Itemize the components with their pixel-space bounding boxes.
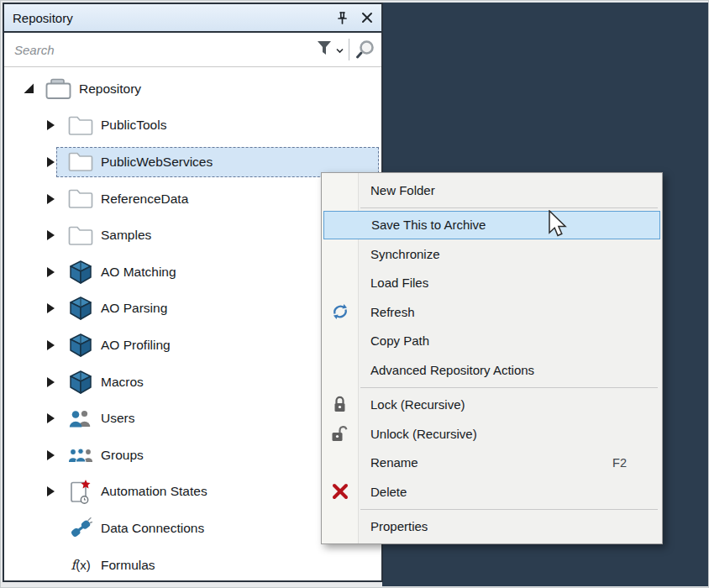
expander-collapsed-icon[interactable]	[45, 193, 56, 205]
tree-item-label: AO Parsing	[101, 301, 167, 316]
tree-item-label: PublicWebServices	[101, 155, 213, 170]
connections-icon	[66, 517, 95, 539]
tree-item-label: ReferenceData	[101, 192, 188, 207]
unlock-icon	[322, 419, 358, 449]
menu-item-new-folder[interactable]: New Folder	[322, 176, 662, 205]
cube-icon	[66, 333, 95, 358]
panel-title: Repository	[4, 11, 73, 25]
users-icon	[66, 409, 95, 428]
folder-icon	[66, 226, 95, 245]
menu-item-label: Synchronize	[370, 247, 440, 261]
tree-item-label: Samples	[101, 228, 151, 243]
menu-separator	[360, 387, 658, 388]
menu-item-shortcut: F2	[612, 456, 662, 470]
panel-titlebar: Repository	[4, 4, 381, 33]
menu-item-properties[interactable]: Properties	[322, 512, 662, 542]
menu-item-label: Load Files	[370, 276, 428, 290]
formula-icon: f(x)	[66, 557, 95, 573]
tree-item-label: Groups	[101, 448, 144, 463]
menu-separator	[360, 207, 658, 208]
screenshot-frame: Repository	[0, 0, 709, 588]
menu-item-load-files[interactable]: Load Files	[322, 269, 662, 298]
menu-item-copy-path[interactable]: Copy Path	[322, 327, 662, 356]
expander-collapsed-icon[interactable]	[45, 412, 56, 424]
tree-item-label: Formulas	[101, 558, 155, 573]
filter-funnel-icon	[315, 39, 333, 60]
menu-item-unlock-recursive[interactable]: Unlock (Recursive)	[322, 419, 662, 449]
pin-icon[interactable]	[331, 7, 353, 29]
folder-icon	[66, 189, 95, 208]
cube-icon	[66, 260, 95, 285]
search-icon[interactable]	[349, 39, 381, 60]
tree-item-label: Repository	[79, 81, 141, 97]
groups-icon	[66, 448, 95, 463]
expander-collapsed-icon[interactable]	[45, 119, 56, 131]
search-bar	[4, 33, 381, 67]
tree-item-formulas[interactable]: f(x)Formulas	[4, 547, 381, 584]
menu-item-refresh[interactable]: Refresh	[322, 297, 662, 327]
menu-item-label: Rename	[370, 455, 418, 470]
expander-expanded-icon[interactable]	[23, 83, 34, 94]
menu-item-label: Properties	[370, 519, 428, 533]
menu-item-synchronize[interactable]: Synchronize	[322, 239, 662, 269]
tree-item-label: Macros	[101, 375, 144, 390]
tree-item-publictools[interactable]: PublicTools	[4, 108, 381, 144]
repository-icon	[45, 78, 73, 100]
tree-item-repository[interactable]: Repository	[4, 71, 381, 108]
menu-item-label: Advanced Repository Actions	[370, 363, 534, 377]
expander-collapsed-icon[interactable]	[45, 486, 56, 497]
tree-item-body-repository[interactable]: Repository	[34, 74, 379, 104]
folder-icon	[66, 152, 95, 171]
close-icon[interactable]	[356, 7, 378, 29]
expander-collapsed-icon[interactable]	[45, 376, 56, 388]
automation-icon	[66, 479, 95, 505]
expander-collapsed-icon[interactable]	[45, 339, 56, 351]
tree-item-body-publictools[interactable]: PublicTools	[56, 110, 379, 140]
expander-collapsed-icon[interactable]	[45, 266, 56, 278]
expander-collapsed-icon[interactable]	[45, 449, 56, 461]
menu-item-label: New Folder	[370, 183, 435, 197]
menu-item-label: Save This to Archive	[371, 218, 486, 232]
menu-item-delete[interactable]: Delete	[322, 477, 662, 507]
lock-icon	[322, 391, 358, 420]
tree-item-label: AO Profiling	[101, 338, 171, 353]
menu-item-label: Unlock (Recursive)	[370, 427, 477, 441]
expander-collapsed-icon[interactable]	[45, 302, 56, 314]
menu-item-save-this-to-archive[interactable]: Save This to Archive	[323, 211, 660, 240]
menu-item-label: Copy Path	[370, 333, 429, 348]
menu-item-advanced-repository-actions[interactable]: Advanced Repository Actions	[322, 355, 662, 385]
tree-item-label: Data Connections	[101, 521, 204, 536]
menu-item-label: Lock (Recursive)	[370, 397, 465, 412]
delete-icon	[322, 477, 358, 507]
cube-icon	[66, 370, 95, 395]
search-input[interactable]	[4, 42, 313, 58]
menu-item-label: Delete	[370, 485, 407, 499]
tree-item-label: AO Matching	[101, 265, 176, 280]
folder-icon	[66, 116, 95, 135]
menu-item-rename[interactable]: RenameF2	[322, 449, 662, 478]
context-menu: New FolderSave This to ArchiveSynchroniz…	[321, 172, 663, 544]
menu-item-label: Refresh	[370, 305, 415, 319]
menu-item-lock-recursive[interactable]: Lock (Recursive)	[322, 391, 662, 420]
tree-item-label: Automation States	[101, 484, 207, 499]
refresh-icon	[322, 297, 358, 327]
tree-item-label: Users	[101, 411, 134, 426]
menu-separator	[360, 509, 658, 510]
expander-collapsed-icon[interactable]	[45, 229, 56, 241]
expander-collapsed-icon[interactable]	[45, 156, 56, 168]
chevron-down-icon	[336, 42, 344, 57]
tree-item-label: PublicTools	[101, 118, 166, 133]
cube-icon	[66, 296, 95, 321]
tree-item-body-formulas[interactable]: f(x)Formulas	[56, 550, 379, 580]
filter-button[interactable]	[313, 39, 349, 60]
